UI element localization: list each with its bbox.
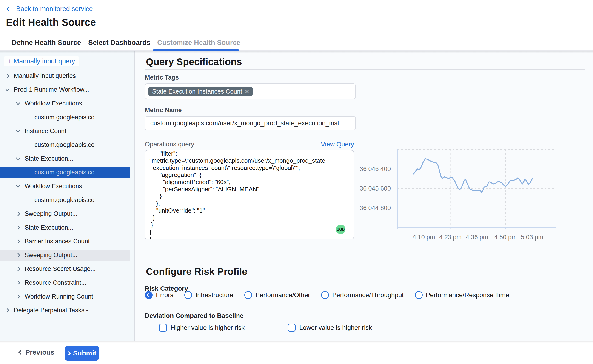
svg-text:36 045 600: 36 045 600 — [360, 185, 391, 192]
tree-item[interactable]: Resource Constraint... — [0, 277, 130, 288]
tree-item-label: Sweeping Output... — [25, 252, 78, 259]
page-title: Edit Health Source — [6, 17, 96, 28]
tree-item-label: Sweeping Output... — [25, 210, 78, 217]
chevron-down-icon[interactable] — [5, 87, 9, 91]
previous-button[interactable]: Previous — [19, 348, 54, 356]
tree-item[interactable]: Manually input queries — [0, 70, 130, 81]
chip-close-icon[interactable]: × — [245, 88, 249, 95]
tree-item-label: custom.googleapis.co — [34, 141, 94, 149]
svg-text:36 044 800: 36 044 800 — [360, 205, 391, 211]
chevron-right-icon[interactable] — [5, 74, 9, 78]
section-divider — [145, 69, 585, 70]
tree-item-label: Barrier Instances Count — [25, 238, 90, 245]
tree-item[interactable]: custom.googleapis.co — [0, 112, 130, 123]
add-manual-query-button[interactable]: + Manually input query — [4, 56, 79, 66]
chevron-right-icon[interactable] — [5, 308, 9, 312]
risk-category-radio-performance-throughput[interactable]: Performance/Throughput — [321, 291, 404, 299]
operations-query-textarea[interactable]: "filter": "metric.type=\"custom.googleap… — [145, 150, 354, 240]
tree-item[interactable]: Workflow Running Count — [0, 291, 130, 302]
radio-label: Errors — [156, 291, 173, 299]
metric-name-input[interactable] — [145, 116, 356, 130]
page-header: Back to monitored service Edit Health So… — [0, 0, 593, 34]
chevron-right-icon[interactable] — [16, 225, 20, 230]
radio-icon[interactable] — [184, 291, 192, 299]
tree-item[interactable]: Instance Count — [0, 125, 130, 136]
chevron-right-icon[interactable] — [16, 267, 20, 271]
chevron-down-icon[interactable] — [16, 101, 20, 105]
metric-tags-label: Metric Tags — [145, 74, 179, 81]
tree-item[interactable]: Prod-1 Runtime Workflow... — [0, 84, 130, 95]
risk-category-radio-performance-other[interactable]: Performance/Other — [244, 291, 310, 299]
tree-item[interactable]: Workflow Executions... — [0, 98, 130, 109]
back-link-label: Back to monitored service — [16, 5, 93, 13]
tree-item[interactable]: custom.googleapis.co — [0, 195, 130, 205]
svg-text:4:10 pm: 4:10 pm — [413, 234, 435, 240]
tree-item-label: Resource Constraint... — [25, 279, 86, 286]
submit-button[interactable]: Submit — [65, 346, 99, 361]
radio-icon[interactable] — [244, 291, 252, 299]
svg-text:36 046 400: 36 046 400 — [360, 165, 391, 172]
active-tab-underline — [153, 49, 239, 51]
checkbox-label: Higher value is higher risk — [170, 324, 245, 331]
tree-item[interactable]: Sweeping Output... — [0, 250, 130, 260]
chevron-down-icon[interactable] — [16, 128, 20, 132]
svg-text:4:23 pm: 4:23 pm — [439, 234, 462, 240]
checkbox-label: Lower value is higher risk — [299, 324, 372, 331]
chevron-right-icon[interactable] — [16, 212, 20, 216]
checkbox-icon[interactable] — [159, 324, 167, 332]
submit-button-label: Submit — [73, 349, 97, 357]
tree-item-label: State Execution... — [25, 224, 73, 231]
footer-bar: Previous Submit — [0, 341, 593, 364]
deviation-checkbox-lower-value-is-higher-risk[interactable]: Lower value is higher risk — [288, 324, 372, 332]
tree-item[interactable]: Delegate Perpetual Tasks -... — [0, 305, 130, 316]
metric-tags-input[interactable]: State Execution Instances Count × — [145, 83, 356, 99]
deviation-checkbox-higher-value-is-higher-risk[interactable]: Higher value is higher risk — [159, 324, 245, 332]
chevron-down-icon[interactable] — [16, 156, 20, 160]
tree-item[interactable]: custom.googleapis.co — [0, 167, 130, 178]
tree-item-label: State Execution... — [25, 155, 73, 162]
tree-item-label: custom.googleapis.co — [34, 169, 94, 176]
radio-icon[interactable] — [321, 291, 329, 299]
tree-item[interactable]: State Execution... — [0, 153, 130, 164]
chevron-left-icon — [18, 350, 23, 354]
tab-select-dashboards[interactable]: Select Dashboards — [88, 34, 150, 51]
tree-item-label: custom.googleapis.co — [34, 196, 94, 204]
metric-tag-chip[interactable]: State Execution Instances Count × — [149, 87, 253, 96]
chevron-down-icon[interactable] — [16, 183, 20, 188]
main-panel: Query Specifications Metric Tags State E… — [135, 51, 593, 341]
back-link[interactable]: Back to monitored service — [6, 5, 93, 13]
checkbox-icon[interactable] — [288, 324, 296, 332]
tree-item[interactable]: Barrier Instances Count — [0, 236, 130, 247]
chevron-right-icon[interactable] — [16, 239, 20, 243]
radio-icon[interactable] — [415, 291, 423, 299]
tree-item[interactable]: custom.googleapis.co — [0, 139, 130, 150]
risk-category-radio-performance-response-time[interactable]: Performance/Response Time — [415, 291, 509, 299]
risk-category-radio-errors[interactable]: Errors — [145, 291, 173, 299]
tree-item-label: Workflow Executions... — [25, 183, 87, 190]
tree-item[interactable]: Workflow Executions... — [0, 181, 130, 192]
chevron-right-icon[interactable] — [16, 253, 20, 257]
view-query-link[interactable]: View Query — [145, 141, 354, 148]
risk-category-radio-group: ErrorsInfrastructurePerformance/OtherPer… — [145, 291, 509, 299]
tree-item-label: Delegate Perpetual Tasks -... — [14, 307, 93, 314]
risk-category-radio-infrastructure[interactable]: Infrastructure — [184, 291, 233, 299]
radio-label: Performance/Throughput — [332, 291, 404, 299]
back-arrow-icon — [6, 5, 13, 13]
chevron-right-icon[interactable] — [16, 281, 20, 285]
tree-item[interactable]: State Execution... — [0, 222, 130, 233]
tab-customize-health-source[interactable]: Customize Health Source — [157, 34, 241, 51]
tree-item-label: Workflow Executions... — [25, 100, 87, 107]
metric-timeseries-chart: 36 046 40036 045 60036 044 8004:10 pm4:2… — [358, 145, 588, 244]
chevron-right-icon[interactable] — [16, 294, 20, 299]
svg-text:4:50 pm: 4:50 pm — [494, 234, 517, 240]
tree-item-label: Instance Count — [25, 128, 66, 135]
tree-item-label: Resource Secret Usage... — [25, 265, 96, 273]
previous-button-label: Previous — [25, 348, 54, 356]
svg-text:5:03 pm: 5:03 pm — [521, 234, 543, 240]
tree-item[interactable]: Sweeping Output... — [0, 208, 130, 219]
tree-item[interactable]: Resource Secret Usage... — [0, 263, 130, 274]
tree-item-label: Manually input queries — [14, 72, 76, 79]
radio-icon[interactable] — [145, 291, 153, 299]
tab-define-health-source[interactable]: Define Health Source — [12, 34, 81, 51]
tabbar-divider — [0, 50, 593, 51]
